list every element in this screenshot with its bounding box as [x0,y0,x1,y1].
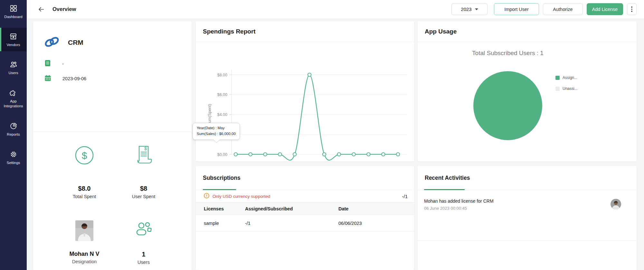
subscriptions-title: Subscriptions [203,175,241,181]
vendor-card: CRM - 2023-09-06 [33,21,192,270]
x-tick-label: Apr [277,161,283,161]
sidebar-item-label: App Integrations [1,99,26,109]
chart-tooltip: Year(Date) : May Sum(Sales) : $6,000.00 [193,123,240,140]
app-usage-title: App Usage [425,28,457,35]
tooltip-line-1: Year(Date) : May [197,125,236,131]
chevron-down-icon [475,8,478,10]
table-row[interactable]: sample -/1 06/06/2023 [196,215,414,232]
data-point-marker[interactable] [278,153,281,156]
dashboard-grid-icon [9,4,18,13]
card-header: App Usage [418,21,637,42]
x-tick-label: Jul [322,161,327,161]
sidebar-item-app-integrations[interactable]: App Integrations [0,84,27,112]
legend-item-unassigned[interactable]: Unassi... [555,86,578,91]
add-license-button[interactable]: Add License [587,3,623,15]
data-point-marker[interactable] [382,153,385,156]
sidebar-item-users[interactable]: Users [0,56,27,79]
y-tick-label: $8.00 [217,73,227,77]
year-value: 2023 [461,6,471,12]
stat-value: 1 [110,251,177,258]
divider [33,131,192,132]
topbar-actions: 2023 Import User Authorize Add License [451,3,637,15]
data-point-marker[interactable] [323,153,326,156]
activity-time: 06 June 2023 00:00:45 [424,206,630,211]
data-point-marker[interactable] [396,153,400,156]
app-usage-card: App Usage Total Subscribed Users : 1 Ass… [418,21,637,161]
receipt-icon: $ [110,144,177,168]
gear-icon [9,150,18,159]
cell-assigned: -/1 [245,215,338,232]
warning-icon [204,193,209,200]
authorize-button[interactable]: Authorize [543,3,583,15]
stat-value: $8 [110,185,177,192]
x-tick-label: Aug [336,161,343,161]
stat-value: $8.0 [51,185,118,192]
user-photo [75,220,93,241]
spendings-line-chart[interactable]: $0.00$2.00$4.00$6.00$8.00JanFebMarAprMay… [196,42,414,161]
y-tick-label: $4.00 [217,112,227,117]
x-tick-label: Feb [247,161,254,161]
table-header-row: Licenses Assigned/Subscribed Date [196,203,414,215]
data-point-marker[interactable] [337,153,341,156]
app-usage-pie[interactable] [473,71,542,140]
x-tick-label: Nov [380,161,387,161]
import-user-button[interactable]: Import User [494,3,539,15]
spendings-title: Spendings Report [203,28,256,35]
x-tick-label: Jan [232,161,239,161]
x-tick-label: Sep [350,161,357,161]
sidebar-item-dashboard[interactable]: Dashboard [0,0,27,23]
subscriptions-header: Subscriptions [196,166,414,190]
sidebar-item-label: Dashboard [4,14,22,19]
subscriptions-table: Licenses Assigned/Subscribed Date sample… [196,202,414,232]
data-point-marker[interactable] [249,153,252,156]
topbar: Overview 2023 Import User Authorize Add … [27,0,644,18]
activities-title: Recent Activities [425,175,470,181]
data-point-marker[interactable] [352,153,355,156]
x-tick-label: May [291,161,298,161]
sidebar-item-label: Reports [7,132,20,137]
legend-label: Unassi... [563,86,578,91]
sidebar-item-reports[interactable]: Reports [0,118,27,141]
activity-item: Mohan has added license for CRM 06 June … [418,190,637,241]
spendings-report-card: Spendings Report $0.00$2.00$4.00$6.00$8.… [196,21,414,161]
spend-line-series [236,75,398,160]
vendor-name: CRM [68,39,83,46]
recent-activities-card: Recent Activities Mohan has added licens… [418,166,637,270]
data-point-marker[interactable] [293,153,296,156]
activity-text: Mohan has added license for CRM [424,198,630,204]
active-tab-underline [203,189,236,190]
column-header-date: Date [338,203,414,215]
sidebar: Dashboard Vendors [0,0,27,270]
page-title: Overview [52,6,76,12]
avatar [611,199,621,209]
cell-date: 06/06/2023 [338,215,414,232]
pie-legend: Assign... Unassi... [555,75,578,91]
calendar-icon [45,75,51,82]
sidebar-item-vendors[interactable]: Vendors [0,28,27,51]
back-arrow-icon[interactable] [37,5,45,14]
x-tick-label: Mar [262,161,269,161]
spendings-chart-area: $0.00$2.00$4.00$6.00$8.00JanFebMarAprMay… [196,42,414,161]
subscription-ratio: -/1 [402,194,408,199]
legend-item-assigned[interactable]: Assign... [555,75,578,80]
puzzle-icon [9,89,18,97]
data-point-marker[interactable] [234,153,237,156]
sidebar-item-settings[interactable]: Settings [0,146,27,169]
legend-swatch [555,76,560,80]
y-tick-label: $6.00 [217,92,227,97]
total-subscribed-users: Total Subscribed Users : 1 [418,50,598,57]
year-selector[interactable]: 2023 [451,3,488,15]
users-icon [9,60,18,69]
x-tick-label: Jun [306,161,313,161]
kebab-menu-icon[interactable] [627,3,637,15]
pie-report-icon [9,122,18,130]
data-point-marker[interactable] [367,153,370,156]
stat-designation: Mohan N V Designation [51,220,118,264]
dollar-circle-icon: $ [51,144,118,168]
storefront-icon [9,32,18,41]
data-point-marker[interactable] [308,73,311,76]
data-point-marker[interactable] [263,153,267,156]
stat-user-spent: $ $8 User Spent [110,144,177,199]
sidebar-item-label: Users [8,71,18,75]
cell-license: sample [196,215,245,232]
